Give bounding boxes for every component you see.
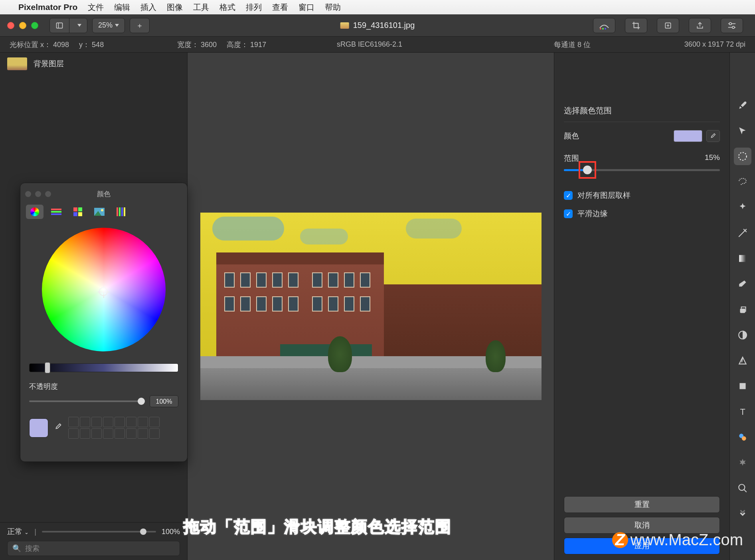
cursor-y: 548	[92, 41, 104, 49]
opacity-value[interactable]: 100%	[150, 395, 178, 407]
svg-point-29	[101, 209, 103, 211]
svg-point-9	[732, 26, 735, 28]
width-label: 宽度：	[177, 41, 199, 49]
color-label: 颜色	[564, 131, 579, 141]
layer-row-background[interactable]: 背景图层	[0, 53, 187, 75]
inspector-panel: 选择颜色范围 颜色 范围 15% ✓ 对所有图层取样	[554, 53, 729, 560]
color-wheel-cursor[interactable]	[99, 287, 108, 296]
color-pencils-tab[interactable]	[112, 205, 130, 219]
color-panel[interactable]: 颜色 不透明度 100%	[20, 183, 188, 462]
eyedropper-button[interactable]	[706, 130, 720, 142]
menu-edit[interactable]: 编辑	[114, 2, 130, 13]
menu-help[interactable]: 帮助	[325, 2, 341, 13]
menu-format[interactable]: 格式	[219, 2, 235, 13]
close-window-button[interactable]	[7, 22, 14, 29]
swatch-grid[interactable]	[68, 417, 160, 439]
annotation-highlight-box	[579, 161, 596, 179]
color-image-tab[interactable]	[91, 205, 108, 219]
pen-tool[interactable]	[734, 224, 751, 242]
plus-icon: ＋	[136, 21, 143, 30]
color-palettes-tab[interactable]	[69, 205, 87, 219]
svg-point-10	[739, 152, 747, 160]
arrow-tool[interactable]	[734, 122, 751, 140]
effects-tool[interactable]	[734, 454, 751, 471]
eraser-tool[interactable]	[734, 275, 751, 293]
window-controls	[7, 22, 38, 29]
color-picker-tool[interactable]	[734, 428, 751, 446]
channel-value: 每通道 8 位	[554, 41, 591, 49]
opacity-slider[interactable]	[29, 400, 145, 402]
sample-all-layers-checkbox[interactable]: ✓ 对所有图层取样	[564, 185, 720, 203]
gradient-tool[interactable]	[734, 250, 751, 267]
marquee-tool[interactable]	[734, 148, 751, 165]
canvas-image	[200, 213, 542, 400]
svg-rect-0	[57, 23, 63, 28]
magic-wand-tool[interactable]	[734, 199, 751, 216]
svg-line-19	[744, 489, 747, 492]
svg-rect-14	[739, 383, 745, 389]
eyedropper-icon[interactable]	[54, 422, 63, 433]
layer-opacity-slider[interactable]	[42, 531, 156, 532]
brightness-slider[interactable]	[29, 363, 178, 372]
color-adjust-button[interactable]	[593, 18, 615, 33]
settings-button[interactable]	[721, 18, 743, 33]
svg-rect-25	[73, 212, 77, 216]
layer-search[interactable]: 🔍 搜索	[7, 541, 180, 556]
svg-rect-24	[78, 207, 82, 211]
blend-mode-dropdown[interactable]: 正常 ⌄	[7, 526, 29, 537]
vector-tool[interactable]	[734, 352, 751, 369]
sidebar-toggle[interactable]	[49, 18, 87, 33]
text-tool[interactable]: T	[734, 403, 751, 420]
clone-tool[interactable]	[734, 301, 751, 318]
current-color-swatch[interactable]	[29, 418, 48, 438]
color-adjust-tool[interactable]	[734, 326, 751, 344]
menu-insert[interactable]: 插入	[140, 2, 156, 13]
color-wheel[interactable]	[42, 228, 166, 351]
svg-rect-33	[124, 207, 125, 216]
minimize-window-button[interactable]	[19, 22, 26, 29]
menu-window[interactable]: 窗口	[298, 2, 314, 13]
menu-image[interactable]: 图像	[167, 2, 183, 13]
reset-button[interactable]: 重置	[564, 496, 720, 513]
range-value: 15%	[705, 153, 720, 164]
panel-window-controls[interactable]	[25, 191, 51, 197]
add-button[interactable]: ＋	[130, 18, 150, 33]
svg-rect-11	[739, 255, 746, 262]
color-swatch[interactable]	[674, 130, 702, 142]
smooth-label: 平滑边缘	[577, 209, 608, 219]
menu-view[interactable]: 查看	[272, 2, 288, 13]
color-sliders-tab[interactable]	[47, 205, 65, 219]
menu-arrange[interactable]: 排列	[246, 2, 262, 13]
height-value: 1917	[250, 41, 266, 49]
menu-file[interactable]: 文件	[88, 2, 104, 13]
crop-button[interactable]	[625, 18, 647, 33]
svg-point-4	[605, 28, 606, 30]
zoom-tool[interactable]	[734, 479, 751, 497]
share-button[interactable]	[689, 18, 711, 33]
svg-rect-21	[51, 211, 61, 213]
menu-tools[interactable]: 工具	[193, 2, 209, 13]
color-wheel-tab[interactable]	[26, 205, 43, 219]
search-placeholder: 搜索	[25, 544, 40, 553]
smooth-edges-checkbox[interactable]: ✓ 平滑边缘	[564, 203, 720, 221]
svg-point-3	[602, 28, 604, 30]
svg-rect-32	[121, 207, 123, 216]
brush-tool[interactable]	[734, 97, 751, 114]
export-button[interactable]	[657, 18, 679, 33]
zoom-window-button[interactable]	[31, 22, 38, 29]
canvas[interactable]	[188, 53, 554, 560]
svg-text:T: T	[740, 407, 745, 417]
toolbar: 25% ＋ 159_4316101.jpg	[0, 14, 755, 37]
more-tools[interactable]	[734, 505, 751, 523]
checkbox-checked-icon: ✓	[564, 191, 573, 200]
cursor-x: 4098	[53, 41, 69, 49]
toolstrip: T	[729, 53, 755, 560]
svg-rect-23	[73, 207, 77, 211]
tutorial-annotation: 拖动「范围」滑块调整颜色选择范围	[184, 516, 452, 538]
lasso-tool[interactable]	[734, 173, 751, 191]
svg-rect-30	[117, 207, 118, 216]
app-name[interactable]: Pixelmator Pro	[18, 2, 77, 12]
shape-tool[interactable]	[734, 377, 751, 395]
zoom-dropdown[interactable]: 25%	[92, 18, 125, 33]
range-slider[interactable]	[564, 169, 720, 171]
